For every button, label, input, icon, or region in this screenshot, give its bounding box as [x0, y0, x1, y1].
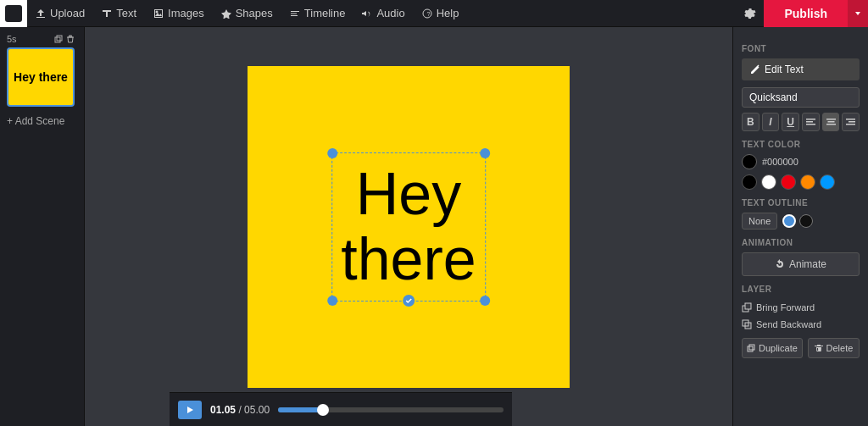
svg-rect-6: [55, 37, 60, 42]
font-section-label: FONT: [742, 44, 860, 53]
duplicate-icon: [747, 344, 755, 352]
progress-track[interactable]: [278, 407, 504, 412]
svg-rect-2: [291, 13, 297, 14]
delete-button[interactable]: Delete: [808, 338, 860, 358]
svg-point-0: [156, 10, 159, 13]
svg-rect-23: [749, 345, 754, 350]
svg-rect-14: [826, 124, 836, 125]
animate-label: Animate: [789, 258, 826, 270]
add-scene-button[interactable]: + Add Scene: [7, 113, 77, 129]
svg-rect-22: [748, 346, 753, 351]
text-nav-icon: [102, 8, 112, 19]
handle-bottom-left[interactable]: [327, 296, 337, 306]
svg-rect-17: [846, 124, 855, 125]
canvas-stage[interactable]: Hey there: [248, 66, 570, 388]
audio-icon: [362, 8, 372, 19]
text-element[interactable]: Hey there: [331, 152, 486, 302]
scene-header: 5s: [7, 34, 75, 44]
handle-top-right[interactable]: [480, 148, 490, 158]
trash-icon[interactable]: [66, 35, 75, 43]
shapes-label: Shapes: [236, 7, 273, 19]
svg-rect-10: [806, 121, 813, 123]
bring-forward-icon: [742, 302, 752, 313]
canvas-area: Hey there 01.05 / 05.00: [85, 27, 732, 426]
align-left-icon: [806, 119, 815, 126]
color-hex-row: #000000: [742, 154, 860, 169]
duplicate-label: Duplicate: [759, 343, 798, 353]
send-backward-icon: [742, 319, 752, 329]
publish-group: Publish: [764, 0, 868, 27]
delete-icon: [815, 344, 823, 352]
play-icon: [186, 406, 194, 414]
animate-icon: [775, 259, 785, 269]
edit-text-button[interactable]: Edit Text: [742, 58, 860, 80]
bring-forward-button[interactable]: Bring Forward: [742, 299, 860, 316]
font-selector[interactable]: Quicksand: [742, 87, 860, 108]
svg-rect-9: [806, 119, 815, 120]
shapes-button[interactable]: Shapes: [213, 0, 281, 27]
copy-icon[interactable]: [54, 35, 63, 43]
animate-button[interactable]: Animate: [742, 252, 860, 276]
publish-button[interactable]: Publish: [764, 0, 848, 27]
logo-inner: [5, 5, 22, 22]
canvas-text[interactable]: Hey there: [341, 162, 476, 292]
time-display: 01.05 / 05.00: [210, 404, 270, 416]
align-right-button[interactable]: [842, 113, 860, 131]
publish-dropdown-button[interactable]: [848, 0, 868, 27]
properties-panel: FONT Edit Text Quicksand B I U TEXT COLO…: [732, 27, 868, 426]
gear-icon: [743, 7, 757, 20]
audio-button[interactable]: Audio: [353, 0, 413, 27]
settings-button[interactable]: [737, 0, 764, 27]
align-center-icon: [826, 119, 836, 126]
timeline-bar: 01.05 / 05.00: [170, 392, 512, 426]
align-left-button[interactable]: [802, 113, 820, 131]
svg-rect-7: [57, 36, 62, 41]
timeline-icon: [290, 8, 300, 19]
swatch-red[interactable]: [781, 174, 796, 190]
outline-swatch-blue[interactable]: [782, 214, 796, 228]
outline-none-button[interactable]: None: [742, 213, 777, 230]
italic-button[interactable]: I: [762, 113, 780, 131]
underline-button[interactable]: U: [782, 113, 799, 131]
svg-rect-12: [826, 119, 836, 120]
timeline-button[interactable]: Timeline: [281, 0, 354, 27]
logo[interactable]: [0, 0, 27, 27]
swatch-orange[interactable]: [800, 174, 815, 190]
swatch-white[interactable]: [761, 174, 776, 190]
text-line-2: there: [341, 226, 476, 292]
progress-handle[interactable]: [317, 404, 329, 416]
check-icon: [405, 297, 412, 304]
scene-thumbnail[interactable]: Hey there: [7, 47, 75, 107]
handle-top-left[interactable]: [327, 148, 337, 158]
handle-bottom-right[interactable]: [480, 296, 490, 306]
scene-duration: 5s: [7, 34, 17, 44]
svg-rect-1: [291, 11, 299, 12]
audio-label: Audio: [376, 7, 404, 19]
help-button[interactable]: ? Help: [414, 0, 468, 27]
text-label: Text: [116, 7, 136, 19]
scene-thumb-text: Hey there: [14, 70, 68, 85]
text-button[interactable]: Text: [93, 0, 145, 27]
duplicate-button[interactable]: Duplicate: [742, 338, 803, 358]
bold-button[interactable]: B: [742, 113, 760, 131]
play-button[interactable]: [178, 401, 202, 419]
upload-button[interactable]: Upload: [27, 0, 93, 27]
send-backward-label: Send Backward: [756, 319, 821, 329]
format-row: B I U: [742, 113, 860, 131]
align-center-button[interactable]: [822, 113, 840, 131]
color-main-swatch[interactable]: [742, 154, 757, 169]
delete-label: Delete: [826, 343, 854, 353]
outline-swatch-black[interactable]: [799, 214, 813, 228]
images-button[interactable]: Images: [145, 0, 213, 27]
main-area: 5s Hey there + Add Scene: [0, 27, 868, 426]
handle-bottom-middle[interactable]: [403, 295, 415, 307]
color-hex-value: #000000: [762, 157, 798, 167]
send-backward-button[interactable]: Send Backward: [742, 316, 860, 333]
swatch-blue[interactable]: [820, 174, 835, 190]
images-icon: [153, 8, 164, 19]
svg-rect-13: [827, 121, 834, 123]
scene-icons: [54, 35, 75, 43]
animation-section-label: ANIMATION: [742, 238, 860, 247]
outline-row: None: [742, 213, 860, 230]
swatch-black[interactable]: [742, 174, 757, 190]
